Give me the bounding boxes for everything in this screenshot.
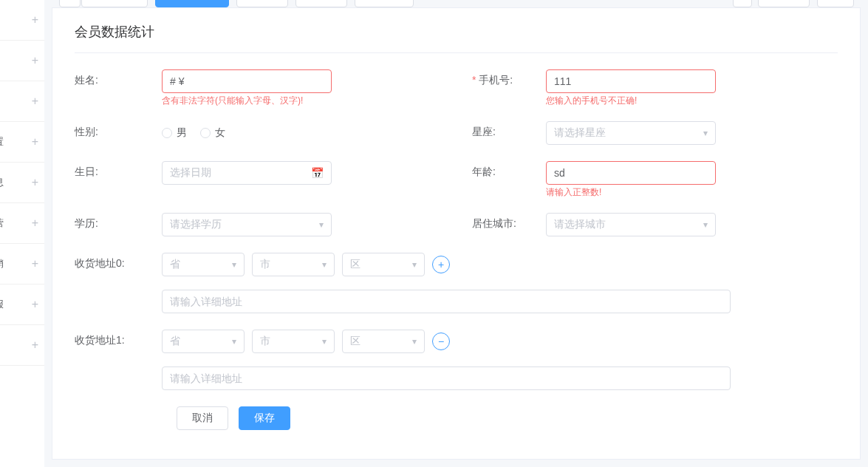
- address0-district-select[interactable]: 区 ▾: [342, 253, 425, 276]
- chevron-down-icon: ▾: [412, 259, 417, 270]
- panel-title: 会员数据统计: [75, 23, 838, 53]
- plus-icon: +: [32, 257, 38, 270]
- sidebar-item[interactable]: 营 +: [0, 203, 44, 244]
- address1-city-select[interactable]: 市 ▾: [252, 330, 335, 353]
- main-panel: 会员数据统计 姓名: 含有非法字符(只能输入字母、汉字)! 手机号: 您输入的手…: [52, 7, 861, 460]
- plus-icon: +: [32, 13, 38, 27]
- label-gender: 性别:: [75, 121, 162, 145]
- education-select[interactable]: 请选择学历 ▾: [162, 213, 332, 236]
- chevron-down-icon: ▾: [703, 128, 708, 138]
- address1-district: 区: [350, 335, 360, 348]
- chevron-down-icon: ▾: [703, 219, 708, 230]
- birthday-input[interactable]: 选择日期 📅: [162, 161, 332, 185]
- address1-city: 市: [260, 335, 270, 348]
- plus-icon: +: [32, 176, 38, 189]
- sidebar-item[interactable]: 报 +: [0, 284, 44, 325]
- sidebar: + + + 置 + 息 + 营 + 销 + 报 + +: [0, 0, 44, 467]
- label-age: 年龄:: [472, 161, 546, 197]
- address0-city-select[interactable]: 市 ▾: [252, 253, 335, 276]
- address0-city: 市: [260, 258, 270, 271]
- label-address1: 收货地址1:: [75, 330, 162, 390]
- plus-icon: +: [32, 338, 38, 352]
- sidebar-item[interactable]: 置 +: [0, 122, 44, 163]
- address1-district-select[interactable]: 区 ▾: [342, 330, 425, 353]
- top-btn[interactable]: [758, 0, 810, 7]
- gender-radio-male[interactable]: 男: [162, 126, 187, 140]
- save-button[interactable]: 保存: [239, 406, 290, 430]
- sidebar-item[interactable]: 息 +: [0, 163, 44, 203]
- address1-province: 省: [170, 335, 180, 348]
- name-input[interactable]: [162, 69, 332, 93]
- top-btn[interactable]: [355, 0, 414, 7]
- chevron-down-icon: ▾: [319, 219, 324, 230]
- remove-address-button[interactable]: −: [432, 333, 450, 350]
- birthday-placeholder: 选择日期: [170, 166, 211, 180]
- chevron-down-icon: ▾: [412, 336, 417, 347]
- plus-icon: +: [32, 95, 38, 108]
- plus-icon: +: [32, 135, 38, 149]
- top-btn[interactable]: [59, 0, 81, 7]
- chevron-down-icon: ▾: [322, 259, 327, 270]
- radio-label-female: 女: [215, 126, 225, 140]
- address0-detail-input[interactable]: [162, 290, 731, 313]
- top-btn[interactable]: [295, 0, 347, 7]
- sidebar-item-frag: 营: [0, 217, 4, 230]
- label-address0: 收货地址0:: [75, 253, 162, 313]
- chevron-down-icon: ▾: [232, 336, 236, 347]
- address1-detail-input[interactable]: [162, 367, 731, 390]
- top-btn-active[interactable]: [155, 0, 229, 7]
- label-name: 姓名:: [75, 69, 162, 105]
- top-btn[interactable]: [733, 0, 752, 7]
- sidebar-item[interactable]: +: [0, 41, 44, 81]
- constellation-select[interactable]: 请选择星座 ▾: [546, 121, 716, 145]
- label-birthday: 生日:: [75, 161, 162, 197]
- sidebar-item-frag: 置: [0, 135, 4, 149]
- gender-radio-group: 男 女: [162, 121, 332, 145]
- phone-error: 您输入的手机号不正确!: [546, 93, 716, 105]
- chevron-down-icon: ▾: [232, 259, 236, 270]
- sidebar-item[interactable]: +: [0, 0, 44, 41]
- label-city: 居住城市:: [472, 213, 546, 236]
- address1-province-select[interactable]: 省 ▾: [162, 330, 245, 353]
- label-constellation: 星座:: [472, 121, 546, 145]
- chevron-down-icon: ▾: [322, 336, 327, 347]
- sidebar-item-frag: 息: [0, 176, 4, 189]
- sidebar-item-frag: 销: [0, 257, 4, 270]
- add-address-button[interactable]: +: [432, 256, 450, 273]
- cancel-button[interactable]: 取消: [177, 406, 228, 430]
- top-btn[interactable]: [81, 0, 148, 7]
- plus-icon: +: [32, 298, 38, 311]
- radio-label-male: 男: [177, 126, 187, 140]
- sidebar-item-frag: 报: [0, 298, 4, 311]
- city-placeholder: 请选择城市: [554, 218, 606, 231]
- minus-icon: −: [438, 335, 444, 347]
- calendar-icon: 📅: [311, 167, 324, 179]
- gender-radio-female[interactable]: 女: [200, 126, 225, 140]
- label-phone: 手机号:: [472, 69, 546, 105]
- address0-province: 省: [170, 258, 180, 271]
- education-placeholder: 请选择学历: [170, 218, 222, 231]
- top-btn[interactable]: [236, 0, 288, 7]
- sidebar-item[interactable]: 销 +: [0, 244, 44, 284]
- plus-icon: +: [32, 54, 38, 67]
- top-btn[interactable]: [817, 0, 854, 7]
- sidebar-item[interactable]: +: [0, 81, 44, 122]
- city-select[interactable]: 请选择城市 ▾: [546, 213, 716, 236]
- address0-district: 区: [350, 258, 360, 271]
- radio-icon: [162, 128, 172, 138]
- constellation-placeholder: 请选择星座: [554, 126, 606, 140]
- age-input[interactable]: [546, 161, 716, 185]
- radio-icon: [200, 128, 211, 138]
- phone-input[interactable]: [546, 69, 716, 93]
- plus-icon: +: [32, 217, 38, 230]
- sidebar-item[interactable]: +: [0, 325, 44, 366]
- age-error: 请输入正整数!: [546, 185, 716, 197]
- name-error: 含有非法字符(只能输入字母、汉字)!: [162, 93, 332, 105]
- plus-icon: +: [438, 259, 444, 270]
- address0-province-select[interactable]: 省 ▾: [162, 253, 245, 276]
- label-education: 学历:: [75, 213, 162, 236]
